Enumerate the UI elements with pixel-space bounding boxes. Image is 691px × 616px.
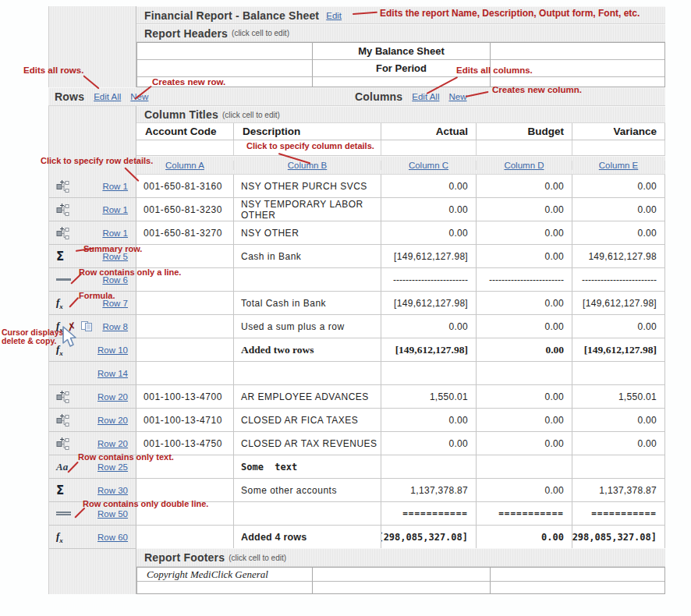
- cell-account-code[interactable]: [136, 315, 234, 338]
- cell-account-code[interactable]: [136, 245, 234, 268]
- cell-description[interactable]: Added two rows: [234, 338, 381, 362]
- column-header-account-code[interactable]: Account Code: [136, 123, 234, 140]
- cell-variance[interactable]: 0.00: [572, 409, 665, 432]
- columns-edit-all-link[interactable]: Edit All: [412, 92, 439, 101]
- cell-actual[interactable]: [149,612,127.98]: [381, 338, 477, 362]
- cell-variance[interactable]: [298,085,327.08]: [572, 526, 665, 549]
- cell-actual[interactable]: [149,612,127.98]: [381, 245, 477, 268]
- cell-actual[interactable]: ===========: [381, 502, 477, 526]
- header-cell-title[interactable]: My Balance Sheet: [313, 43, 491, 60]
- cell-budget[interactable]: ------------------------: [477, 268, 572, 292]
- cell-description[interactable]: Added 4 rows: [234, 526, 381, 549]
- column-c-link[interactable]: Column C: [409, 161, 448, 170]
- cell-description[interactable]: AR EMPLOYEE ADVANCES: [234, 385, 381, 409]
- row-link[interactable]: Row 20: [97, 439, 128, 448]
- cell-actual[interactable]: 0.00: [381, 175, 477, 198]
- column-header-actual[interactable]: Actual: [381, 123, 477, 140]
- cell-actual[interactable]: [149,612,127.98]: [381, 292, 477, 315]
- cell-variance[interactable]: 1,550.01: [572, 385, 665, 409]
- column-a-link[interactable]: Column A: [165, 161, 204, 170]
- cell-actual[interactable]: 0.00: [381, 315, 477, 338]
- cell-budget[interactable]: 0.00: [477, 221, 572, 245]
- cell-description[interactable]: Some other accounts: [234, 479, 381, 502]
- cell-variance[interactable]: [149,612,127.98]: [572, 292, 665, 315]
- cell-variance[interactable]: ------------------------: [572, 268, 665, 292]
- cell-account-code[interactable]: [136, 338, 234, 362]
- cell-variance[interactable]: 0.00: [572, 198, 665, 221]
- header-cell[interactable]: [313, 77, 491, 87]
- cell-description[interactable]: Cash in Bank: [234, 245, 381, 268]
- row-link[interactable]: Row 14: [97, 369, 128, 378]
- header-cell[interactable]: [137, 60, 313, 77]
- cell-variance[interactable]: 0.00: [572, 221, 665, 245]
- cell-actual[interactable]: 1,137,378.87: [381, 479, 477, 502]
- column-e-link[interactable]: Column E: [599, 161, 639, 170]
- footer-cell[interactable]: [491, 582, 664, 593]
- row-link[interactable]: Row 60: [97, 533, 128, 542]
- cell-account-code[interactable]: 001-650-81-3270: [136, 221, 234, 245]
- cell-description[interactable]: NSY TEMPORARY LABOR OTHER: [234, 198, 381, 221]
- row-link[interactable]: Row 30: [97, 486, 128, 495]
- cell-actual[interactable]: 1,550.01: [381, 385, 477, 409]
- footer-cell[interactable]: [137, 582, 313, 593]
- cell-budget[interactable]: 0.00: [477, 409, 572, 432]
- cell-description[interactable]: [234, 502, 381, 526]
- cell-account-code[interactable]: [136, 362, 234, 385]
- subheader-cell[interactable]: [381, 140, 477, 156]
- cell-description[interactable]: CLOSED AR FICA TAXES: [234, 409, 381, 432]
- column-header-description[interactable]: Description: [234, 123, 381, 140]
- cell-actual[interactable]: 0.00: [381, 221, 477, 245]
- row-link[interactable]: Row 25: [97, 462, 128, 472]
- cell-budget[interactable]: 0.00: [477, 385, 572, 409]
- subheader-cell[interactable]: [477, 140, 572, 156]
- subheader-cell[interactable]: [136, 140, 234, 156]
- cell-budget[interactable]: 0.00: [477, 479, 572, 502]
- report-edit-link[interactable]: Edit: [326, 11, 342, 20]
- column-d-link[interactable]: Column D: [504, 161, 544, 170]
- cell-budget[interactable]: 0.00: [477, 338, 572, 362]
- cell-budget[interactable]: 0.00: [477, 245, 572, 268]
- row-link[interactable]: Row 50: [97, 509, 128, 519]
- row-link[interactable]: Row 20: [97, 392, 128, 402]
- header-cell[interactable]: [137, 43, 313, 60]
- cell-budget[interactable]: 0.00: [477, 432, 572, 455]
- cell-actual[interactable]: 0.00: [381, 432, 477, 455]
- cell-variance[interactable]: [572, 455, 665, 479]
- footer-cell[interactable]: [313, 582, 491, 593]
- cell-variance[interactable]: 0.00: [572, 432, 665, 455]
- cell-budget[interactable]: [477, 362, 572, 385]
- cell-variance[interactable]: 0.00: [572, 175, 665, 198]
- cell-description[interactable]: NSY OTHER PURCH SVCS: [234, 175, 381, 198]
- cell-actual[interactable]: 0.00: [381, 198, 477, 221]
- subheader-cell[interactable]: [572, 140, 665, 156]
- row-link[interactable]: Row 10: [97, 345, 128, 355]
- cell-actual[interactable]: [298,085,327.08]: [381, 526, 477, 549]
- cell-budget[interactable]: [477, 455, 572, 479]
- row-link[interactable]: Row 1: [102, 182, 128, 191]
- cell-account-code[interactable]: 001-650-81-3160: [136, 175, 234, 198]
- column-header-variance[interactable]: Variance: [572, 123, 665, 140]
- row-link[interactable]: Row 1: [102, 205, 128, 214]
- cell-description[interactable]: [234, 362, 381, 385]
- cell-account-code[interactable]: [136, 526, 234, 549]
- cell-description[interactable]: NSY OTHER: [234, 221, 381, 245]
- cell-budget[interactable]: 0.00: [477, 175, 572, 198]
- cell-account-code[interactable]: [136, 292, 234, 315]
- row-link[interactable]: Row 1: [102, 228, 128, 238]
- columns-new-link[interactable]: New: [448, 92, 466, 101]
- cell-budget[interactable]: 0.00: [477, 315, 572, 338]
- cell-variance[interactable]: [149,612,127.98]: [572, 338, 665, 362]
- footer-cell[interactable]: [313, 568, 491, 582]
- cell-budget[interactable]: 0.00: [477, 198, 572, 221]
- cell-actual[interactable]: ------------------------: [381, 268, 477, 292]
- cell-budget[interactable]: 0.00: [477, 292, 572, 315]
- cell-variance[interactable]: ===========: [572, 502, 665, 526]
- cell-actual[interactable]: [381, 362, 477, 385]
- cell-budget[interactable]: 0.00: [477, 526, 572, 549]
- cell-actual[interactable]: [381, 455, 477, 479]
- cell-variance[interactable]: 0.00: [572, 315, 665, 338]
- cell-description[interactable]: Some text: [234, 455, 381, 479]
- cell-description[interactable]: Used a sum plus a row: [234, 315, 381, 338]
- row-link[interactable]: Row 8: [102, 322, 128, 331]
- header-cell[interactable]: [491, 43, 664, 60]
